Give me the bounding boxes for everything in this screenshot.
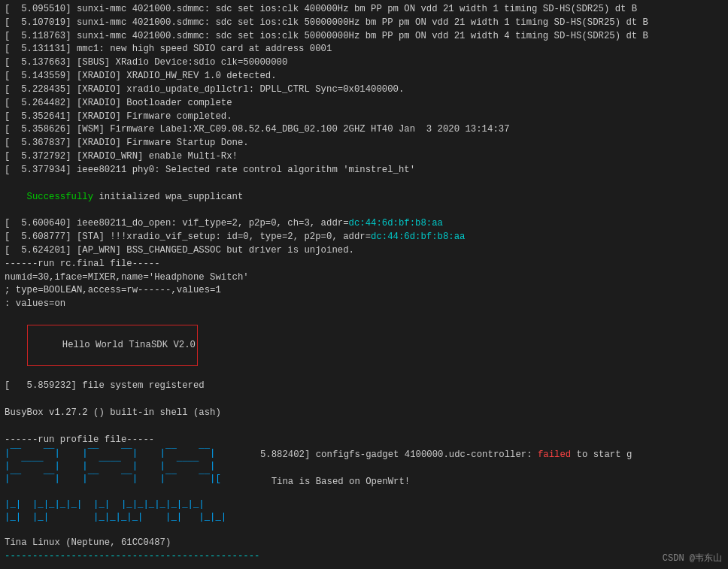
log-line: ; type=BOOLEAN,access=rw------,values=1 xyxy=(5,284,723,298)
success-text: Successfully xyxy=(27,192,94,202)
blank-line xyxy=(5,485,226,498)
busybox-line: BusyBox v1.27.2 () built-in shell (ash) xyxy=(5,407,723,420)
log-line: ------run profile file----- xyxy=(5,434,723,447)
log-line: [ 5.095510] sunxi-mmc 4021000.sdmmc: sdc… xyxy=(5,3,723,17)
log-line: [ 5.131131] mmc1: new high speed SDIO ca… xyxy=(5,43,723,56)
hello-world-line: Hello World TinaSDK V2.0 xyxy=(5,311,723,380)
log-line: [ 5.624201] [AP_WRN] BSS_CHANGED_ASSOC b… xyxy=(5,244,723,258)
log-line: [ 5.107019] sunxi-mmc 4021000.sdmmc: sdc… xyxy=(5,17,723,30)
success-line: Successfully initialized wpa_supplicant xyxy=(5,177,723,217)
log-line: [ 5.608777] [STA] !!!xradio_vif_setup: i… xyxy=(5,231,723,244)
ascii-art: |_| |_|_|_|_| |_| |_|_|_|_|_|_|_| xyxy=(5,498,226,511)
blank-line xyxy=(5,420,723,434)
log-line: : values=on xyxy=(5,298,723,311)
terminal: [ 5.095510] sunxi-mmc 4021000.sdmmc: sdc… xyxy=(0,0,728,569)
blank-line xyxy=(249,462,632,476)
blank-line xyxy=(5,523,723,537)
ascii-art: | ‾‾‾‾ | | ‾‾‾‾ | | ‾‾‾‾ | xyxy=(5,460,226,473)
log-line: [ 5.367837] [XRADIO] Firmware Startup Do… xyxy=(5,137,723,150)
log-line: ------run rc.final file----- xyxy=(5,258,723,271)
tina-based: Tina is Based on OpenWrt! xyxy=(249,476,632,489)
watermark: CSDN @韦东山 xyxy=(663,552,722,564)
hello-world-text: Hello World TinaSDK V2.0 xyxy=(62,340,196,350)
log-line: [ 5.358626] [WSM] Firmware Label:XR_C09.… xyxy=(5,123,723,137)
ascii-art: |_| |_| |_|_|_|_| |_| |_|_| xyxy=(5,511,226,524)
tina-linux-line: Tina Linux (Neptune, 61CC0487) xyxy=(5,537,723,550)
log-line: [ 5.143559] [XRADIO] XRADIO_HW_REV 1.0 d… xyxy=(5,70,723,83)
log-line: numid=30,iface=MIXER,name='Headphone Swi… xyxy=(5,271,723,285)
init-text: initialized wpa_supplicant xyxy=(93,192,243,202)
log-line: [ 5.118763] sunxi-mmc 4021000.sdmmc: sdc… xyxy=(5,30,723,44)
ascii-art: |‾‾ ‾‾| |‾‾ ‾‾| |‾‾ ‾‾|[ xyxy=(5,473,226,486)
log-line: [ 5.859232] file system registered xyxy=(5,380,723,393)
log-line: [ 5.600640] ieee80211_do_open: vif_type=… xyxy=(5,217,723,231)
hello-world-highlight: Hello World TinaSDK V2.0 xyxy=(27,325,198,366)
log-line: [ 5.377934] ieee80211 phy0: Selected rat… xyxy=(5,164,723,177)
separator-line: ----------------------------------------… xyxy=(5,550,723,564)
log-line: [ 5.372792] [XRADIO_WRN] enable Multi-Rx… xyxy=(5,150,723,164)
blank-line xyxy=(5,393,723,407)
log-line: [ 5.228435] [XRADIO] xradio_update_dpllc… xyxy=(5,83,723,97)
blank-line xyxy=(5,564,723,569)
log-line: [ 5.352641] [XRADIO] Firmware completed. xyxy=(5,110,723,124)
log-line: [ 5.264482] [XRADIO] Bootloader complete xyxy=(5,97,723,110)
ascii-art: |‾‾ ‾‾| |‾‾ ‾‾| |‾‾ ‾‾| xyxy=(5,447,226,460)
log-line: 5.882402] configfs-gadget 4100000.udc-co… xyxy=(249,449,632,462)
log-line: [ 5.137663] [SBUS] XRadio Device:sdio cl… xyxy=(5,56,723,70)
